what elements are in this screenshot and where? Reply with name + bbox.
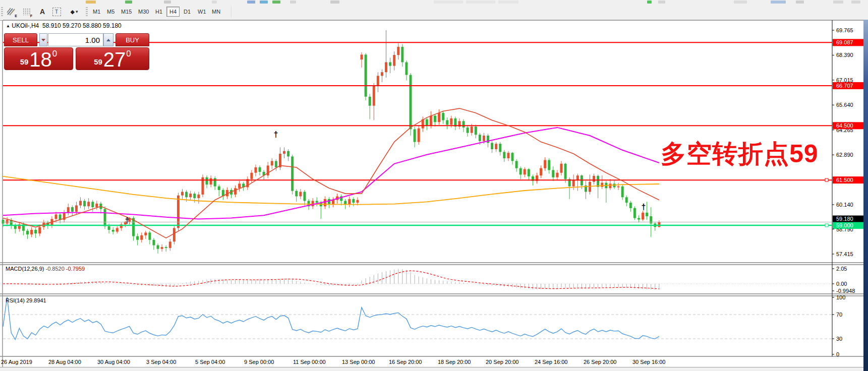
candle [548, 160, 550, 170]
sell-price-display[interactable]: 59180 [4, 47, 73, 70]
window-right-edge[interactable] [863, 20, 868, 371]
rsi-axis-label: 70 [836, 312, 842, 318]
chart-annotation-text[interactable]: 多空转折点59 [661, 137, 819, 171]
volume-input[interactable] [48, 33, 103, 46]
candle [144, 232, 147, 235]
text-tool-icon[interactable]: A [36, 6, 48, 17]
line-price-text: 69.087 [836, 39, 853, 45]
rsi-value: 29.8941 [26, 297, 46, 303]
line-price-text: 64.500 [836, 122, 853, 129]
candle [479, 135, 481, 141]
toolbar-grip[interactable] [86, 7, 88, 17]
sell-button[interactable]: SELL [4, 33, 37, 46]
clipped-icon [658, 1, 665, 4]
timeframe-button-w1[interactable]: W1 [195, 7, 209, 17]
cross-marker[interactable]: † [274, 130, 278, 139]
timeframe-button-m5[interactable]: M5 [104, 7, 118, 17]
date-label: 20 Sep 20:00 [486, 359, 518, 365]
candle [638, 218, 640, 220]
timeframe-button-d1[interactable]: D1 [181, 7, 194, 17]
candle [617, 187, 620, 188]
candle [515, 161, 518, 168]
cross-marker[interactable]: † [642, 203, 646, 211]
candle [55, 214, 57, 219]
candle [2, 220, 5, 223]
candle [369, 97, 371, 106]
candle [234, 188, 237, 195]
candle [218, 187, 220, 190]
timeframe-button-m1[interactable]: M1 [90, 7, 103, 17]
price-tick-label: 69.765 [836, 27, 853, 33]
clipped-icon [247, 1, 255, 4]
candle [328, 199, 330, 205]
main-toolbar: E F A T ◆ ▾ M1M5M15M30H1H4D1W1MN [0, 4, 868, 20]
timeframe-button-h1[interactable]: H1 [152, 7, 165, 17]
date-label: 26 Sep 20:00 [584, 359, 616, 365]
collapse-arrow-icon[interactable]: ▲ [6, 24, 10, 28]
cross-marker[interactable]: † [125, 216, 130, 225]
candle [503, 152, 505, 158]
timeframe-button-m30[interactable]: M30 [135, 7, 152, 17]
date-label: 11 Sep 00:00 [293, 359, 326, 365]
price-tick-label: 68.390 [836, 52, 853, 58]
label-tool-icon[interactable]: T [50, 6, 63, 17]
candle [609, 183, 611, 188]
candle [34, 230, 37, 233]
clipped-icon [466, 1, 495, 4]
candle [442, 113, 444, 120]
macd-axis-label: 0.00 [836, 281, 847, 287]
line-price-text: 59.000 [836, 222, 853, 228]
candle [352, 199, 355, 203]
clipped-icon [86, 1, 96, 4]
line-handle[interactable] [825, 178, 828, 181]
candle [275, 161, 277, 167]
candle [38, 227, 41, 234]
volume-increase-button[interactable] [103, 33, 113, 46]
candle [361, 54, 363, 59]
macd-signal-value: -0.7959 [66, 266, 85, 272]
candle [621, 187, 624, 198]
toolbar-grip[interactable] [1, 7, 3, 17]
clipped-icon [833, 1, 843, 4]
candle [140, 235, 143, 240]
date-label: 5 Sep 04:00 [195, 359, 225, 365]
candle [116, 228, 119, 231]
candle [556, 173, 558, 177]
buy-price-big: 27 [103, 51, 126, 68]
candle [524, 169, 526, 175]
candle [206, 177, 208, 184]
candle [381, 72, 383, 76]
cursor-arrows-icon[interactable]: ◆ ▾ [66, 6, 83, 17]
candle [373, 86, 375, 106]
clipped-icon [796, 1, 804, 4]
symbol-label: UKOil-,H4 [12, 22, 39, 29]
candle [148, 232, 151, 239]
candle [112, 230, 114, 232]
grid-tool-icon[interactable]: F [20, 6, 32, 17]
price-chart[interactable]: 69.76568.39067.01565.64064.26562.89060.1… [0, 20, 863, 371]
timeframe-button-m15[interactable]: M15 [118, 7, 135, 17]
buy-price-display[interactable]: 59270 [76, 47, 149, 70]
timeframe-button-mn[interactable]: MN [209, 7, 223, 17]
candle [303, 192, 306, 201]
buy-button[interactable]: BUY [115, 33, 149, 46]
macd-indicator-label: MACD(12,26,9) -0.8520 -0.7959 [6, 266, 85, 272]
date-label: 9 Sep 00:00 [244, 359, 274, 365]
crayon-tool-icon[interactable]: E [5, 6, 17, 17]
candle [450, 118, 452, 125]
candle [658, 222, 660, 227]
candle [104, 209, 106, 226]
price-tick-label: 57.415 [836, 251, 853, 257]
chart-ohlc-header: ▲ UKOil-,H4 58.910 59.270 58.880 59.180 [6, 22, 122, 29]
bid-price-text: 59.180 [836, 216, 853, 222]
toolbar-separator [231, 6, 232, 18]
candle [560, 164, 562, 173]
candle [572, 180, 575, 187]
line-handle[interactable] [825, 224, 828, 227]
timeframe-button-h4[interactable]: H4 [166, 7, 180, 17]
one-click-trading-panel: SELL BUY 59180 59270 [4, 33, 149, 70]
clipped-icon [330, 1, 339, 4]
clipped-icon [290, 1, 296, 4]
candle [295, 191, 298, 197]
volume-decrease-button[interactable] [39, 33, 47, 46]
